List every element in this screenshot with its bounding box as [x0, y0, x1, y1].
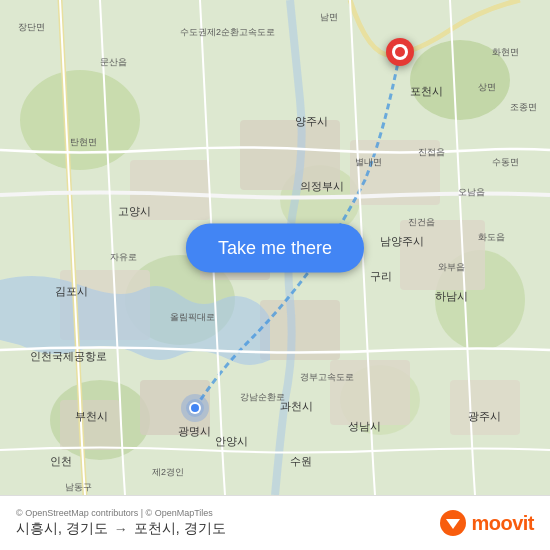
copyright-text: © OpenStreetMap contributors | © OpenMap…: [16, 508, 213, 518]
svg-text:광명시: 광명시: [178, 425, 211, 437]
svg-text:오남읍: 오남읍: [458, 187, 485, 197]
svg-text:남양주시: 남양주시: [380, 235, 424, 247]
svg-text:진건읍: 진건읍: [408, 217, 435, 227]
svg-text:김포시: 김포시: [55, 285, 88, 297]
svg-text:광주시: 광주시: [468, 410, 501, 422]
svg-text:부천시: 부천시: [75, 410, 108, 422]
svg-text:별내면: 별내면: [355, 157, 382, 167]
svg-text:수도권제2순환고속도로: 수도권제2순환고속도로: [180, 27, 275, 37]
svg-text:인천: 인천: [50, 455, 72, 467]
svg-text:탄현면: 탄현면: [70, 137, 97, 147]
svg-text:안양시: 안양시: [215, 435, 248, 447]
origin-label: 시흥시, 경기도: [16, 520, 108, 538]
svg-text:수동면: 수동면: [492, 157, 519, 167]
svg-text:남동구: 남동구: [65, 482, 92, 492]
svg-text:성남시: 성남시: [348, 420, 381, 432]
svg-text:하남시: 하남시: [435, 290, 468, 302]
svg-text:문산읍: 문산읍: [100, 57, 127, 67]
moovit-icon: [439, 509, 467, 537]
take-me-there-button[interactable]: Take me there: [186, 223, 364, 272]
svg-text:포천시: 포천시: [410, 85, 443, 97]
svg-text:진접읍: 진접읍: [418, 147, 445, 157]
svg-text:와부읍: 와부읍: [438, 262, 465, 272]
destination-label: 포천시, 경기도: [134, 520, 226, 538]
svg-point-1: [20, 70, 140, 170]
svg-text:양주시: 양주시: [295, 115, 328, 127]
footer-left: © OpenStreetMap contributors | © OpenMap…: [16, 508, 226, 538]
moovit-brand-text: moovit: [471, 512, 534, 535]
svg-text:남면: 남면: [320, 12, 338, 22]
svg-text:상면: 상면: [478, 82, 496, 92]
footer: © OpenStreetMap contributors | © OpenMap…: [0, 495, 550, 550]
svg-text:수원: 수원: [290, 455, 312, 467]
route-info: 시흥시, 경기도 → 포천시, 경기도: [16, 520, 226, 538]
moovit-logo: moovit: [439, 509, 534, 537]
svg-text:화도읍: 화도읍: [478, 232, 505, 242]
svg-rect-18: [450, 380, 520, 435]
svg-rect-13: [260, 300, 340, 360]
svg-text:화현면: 화현면: [492, 47, 519, 57]
svg-text:의정부시: 의정부시: [300, 180, 344, 192]
svg-text:인천국제공항로: 인천국제공항로: [30, 350, 107, 362]
svg-rect-17: [60, 400, 120, 450]
svg-rect-14: [400, 220, 485, 290]
route-arrow-icon: →: [114, 521, 128, 537]
svg-text:자유로: 자유로: [110, 252, 137, 262]
map-container: 포천시 양주시 의정부시 고양시 서울 김포시 인천국제공항로 부천시 인천 광…: [0, 0, 550, 495]
svg-text:고양시: 고양시: [118, 205, 151, 217]
svg-text:올림픽대로: 올림픽대로: [170, 312, 215, 322]
svg-text:조종면: 조종면: [510, 102, 537, 112]
svg-text:장단면: 장단면: [18, 22, 45, 32]
svg-text:경부고속도로: 경부고속도로: [300, 372, 354, 382]
svg-point-60: [395, 47, 405, 57]
svg-text:제2경인: 제2경인: [152, 467, 184, 477]
svg-point-64: [191, 404, 199, 412]
svg-text:구리: 구리: [370, 270, 392, 282]
svg-text:강남순환로: 강남순환로: [240, 392, 285, 402]
